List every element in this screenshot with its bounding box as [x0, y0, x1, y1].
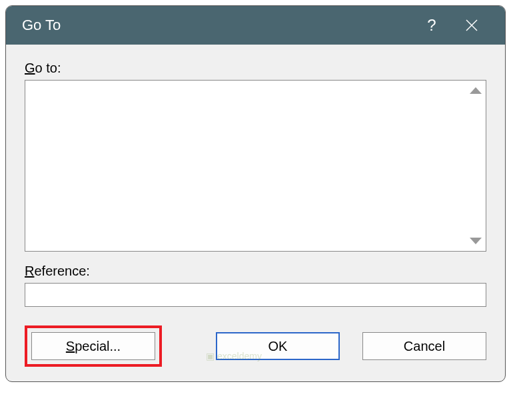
scroll-down-icon[interactable]	[470, 238, 482, 244]
reference-section: Reference:	[25, 264, 486, 307]
dialog-content: Go to: Reference: Special... OK Cancel ▣…	[6, 45, 505, 381]
special-highlight: Special...	[25, 325, 162, 367]
titlebar: Go To ?	[6, 6, 505, 45]
ok-button[interactable]: OK	[216, 332, 340, 360]
help-button[interactable]: ?	[412, 6, 452, 45]
dialog-title: Go To	[22, 17, 412, 34]
scroll-up-icon[interactable]	[470, 87, 482, 94]
reference-label: Reference:	[25, 264, 486, 279]
special-button[interactable]: Special...	[31, 332, 155, 360]
goto-label-text: o to:	[35, 61, 61, 75]
reference-input[interactable]	[25, 283, 486, 307]
reference-label-accel: R	[25, 264, 34, 278]
reference-label-text: eference:	[34, 264, 89, 278]
special-accel: S	[66, 339, 75, 353]
goto-listbox[interactable]	[25, 80, 486, 252]
cancel-button[interactable]: Cancel	[362, 332, 486, 360]
special-text: pecial...	[75, 339, 121, 353]
goto-dialog: Go To ? Go to: Reference: Special... O	[5, 5, 506, 382]
goto-label-accel: G	[25, 61, 35, 75]
goto-label: Go to:	[25, 61, 486, 76]
close-button[interactable]	[452, 6, 492, 45]
close-icon	[465, 19, 478, 32]
button-row: Special... OK Cancel	[25, 325, 486, 367]
